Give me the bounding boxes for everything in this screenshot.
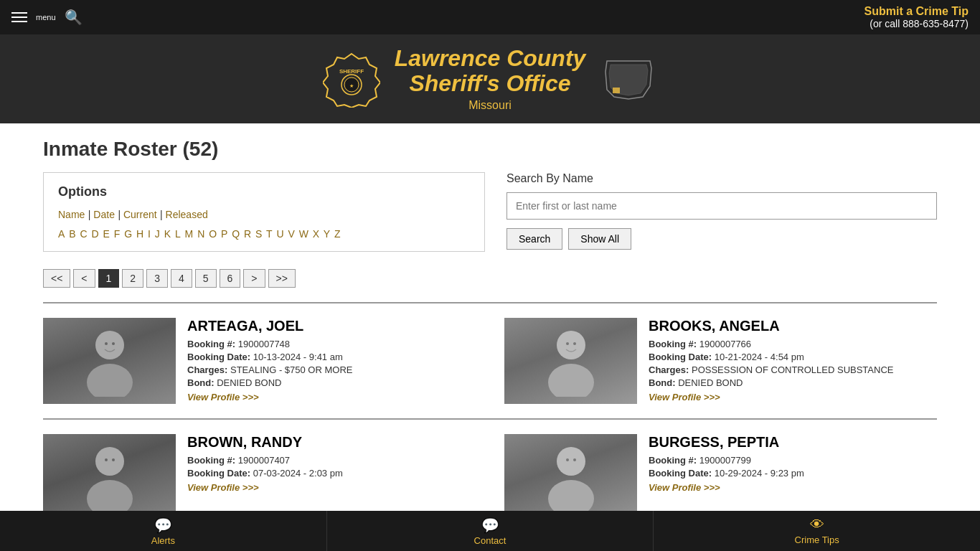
filter-released[interactable]: Released [166,209,208,220]
alpha-B[interactable]: B [69,228,75,240]
alerts-icon: 💬 [154,517,172,534]
inmate-bond: Bond: DENIED BOND [187,377,476,388]
alpha-F[interactable]: F [114,228,121,240]
alpha-X[interactable]: X [313,228,319,240]
menu-button[interactable] [11,12,27,22]
header-title: Lawrence CountySheriff's Office Missouri [395,46,586,112]
alerts-label: Alerts [151,535,175,546]
alpha-M[interactable]: M [185,228,194,240]
inmate-list: ARTEAGA, JOEL Booking #: 1900007748 Book… [43,302,937,534]
crime-tip-title[interactable]: Submit a Crime Tip [864,5,969,18]
crime-tips-label: Crime Tips [795,534,839,545]
svg-text:★: ★ [349,83,354,88]
filter-name[interactable]: Name [58,209,85,220]
inmate-info: BROOKS, ANGELA Booking #: 1900007766 Boo… [649,318,937,404]
nav-alerts[interactable]: 💬 Alerts [0,511,327,549]
filter-current[interactable]: Current [123,209,157,220]
page-1[interactable]: 1 [98,269,120,288]
alpha-U[interactable]: U [276,228,283,240]
view-profile-link[interactable]: View Profile >>> [187,482,259,493]
alpha-D[interactable]: D [91,228,98,240]
page-prev[interactable]: < [73,269,95,288]
page-first[interactable]: << [43,269,70,288]
svg-point-17 [105,458,108,461]
crime-tip-area: Submit a Crime Tip (or call 888-635-8477… [864,5,969,29]
inmate-name: BURGESS, PEPTIA [649,434,937,451]
alpha-L[interactable]: L [175,228,181,240]
bottom-nav: 💬 Alerts 💬 Contact 👁 Crime Tips [0,511,980,549]
site-header: SHERIFF ★ Lawrence CountySheriff's Offic… [0,34,980,123]
alpha-T[interactable]: T [266,228,273,240]
inmate-photo [43,318,176,404]
alpha-C[interactable]: C [80,228,87,240]
top-bar-left: menu 🔍 [11,9,83,26]
alpha-S[interactable]: S [255,228,262,240]
page-last[interactable]: >> [268,269,296,288]
search-box: Search By Name Search Show All [507,172,937,252]
alpha-W[interactable]: W [299,228,308,240]
svg-point-14 [573,342,576,345]
view-profile-link[interactable]: View Profile >>> [649,392,720,402]
alpha-O[interactable]: O [209,228,217,240]
inmate-row: ARTEAGA, JOEL Booking #: 1900007748 Book… [43,302,937,418]
inmate-photo [504,434,637,520]
alpha-P[interactable]: P [221,228,227,240]
inmate-card: BROWN, RANDY Booking #: 1900007407 Booki… [43,434,476,520]
inmate-name: BROWN, RANDY [187,434,476,451]
svg-point-20 [548,480,594,513]
filter-date[interactable]: Date [93,209,115,220]
svg-point-7 [95,331,124,359]
alpha-J[interactable]: J [155,228,160,240]
search-heading: Search By Name [507,172,937,185]
svg-point-11 [557,331,585,359]
inmate-info: BURGESS, PEPTIA Booking #: 1900007799 Bo… [649,434,937,520]
alpha-R[interactable]: R [244,228,251,240]
search-button[interactable]: Search [507,228,562,250]
view-profile-link[interactable]: View Profile >>> [187,392,259,402]
inmate-info: ARTEAGA, JOEL Booking #: 1900007748 Book… [187,318,476,404]
contact-label: Contact [474,535,507,546]
alpha-G[interactable]: G [124,228,132,240]
inmate-booking-date: Booking Date: 10-29-2024 - 9:23 pm [649,468,937,479]
nav-crime-tips[interactable]: 👁 Crime Tips [654,511,980,549]
main-content: Inmate Roster (52) Options Name | Date |… [0,123,980,549]
alpha-E[interactable]: E [103,228,110,240]
show-all-button[interactable]: Show All [568,228,631,250]
sheriff-badge-icon: SHERIFF ★ [323,50,380,108]
search-input[interactable] [507,192,937,220]
options-heading: Options [58,184,470,199]
svg-point-21 [566,458,569,461]
alpha-Q[interactable]: Q [232,228,240,240]
inmate-booking-num: Booking #: 1900007766 [649,339,937,349]
svg-point-12 [548,364,594,397]
nav-contact[interactable]: 💬 Contact [327,511,654,549]
pagination: << < 1 2 3 4 5 6 > >> [43,269,937,288]
svg-point-16 [87,480,133,513]
inmate-bond: Bond: DENIED BOND [649,377,937,388]
alpha-Z[interactable]: Z [334,228,341,240]
search-icon[interactable]: 🔍 [65,9,83,26]
page-4[interactable]: 4 [171,269,192,288]
inmate-photo [43,434,176,520]
alpha-N[interactable]: N [197,228,204,240]
inmate-booking-date: Booking Date: 07-03-2024 - 2:03 pm [187,468,476,479]
agency-name: Lawrence CountySheriff's Office [395,46,586,96]
alpha-H[interactable]: H [136,228,143,240]
inmate-card: BROOKS, ANGELA Booking #: 1900007766 Boo… [504,318,937,404]
inmate-charges: Charges: STEALING - $750 OR MORE [187,364,476,375]
page-2[interactable]: 2 [122,269,143,288]
svg-point-10 [112,342,115,345]
svg-text:SHERIFF: SHERIFF [339,68,364,75]
page-6[interactable]: 6 [220,269,241,288]
page-5[interactable]: 5 [195,269,217,288]
inmate-booking-date: Booking Date: 10-13-2024 - 9:41 am [187,352,476,362]
page-next[interactable]: > [243,269,265,288]
page-3[interactable]: 3 [146,269,168,288]
alpha-A[interactable]: A [58,228,65,240]
alpha-Y[interactable]: Y [324,228,330,240]
view-profile-link[interactable]: View Profile >>> [649,482,720,493]
alpha-V[interactable]: V [288,228,294,240]
contact-icon: 💬 [481,517,499,534]
alpha-I[interactable]: I [148,228,151,240]
alpha-K[interactable]: K [164,228,171,240]
